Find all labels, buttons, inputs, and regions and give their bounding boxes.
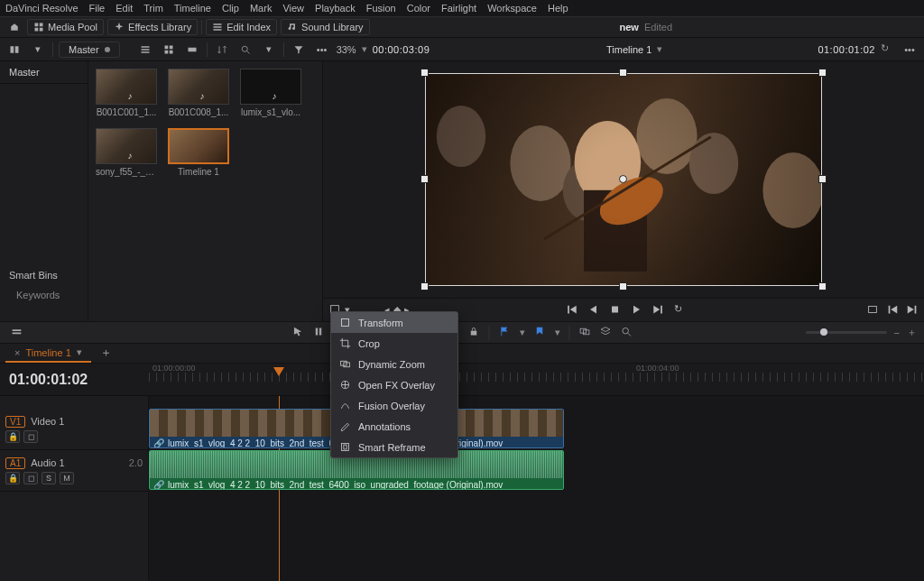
bin-master-tab[interactable]: Master <box>0 61 88 84</box>
chevron-down-icon[interactable]: ▾ <box>29 41 47 59</box>
menu-clip[interactable]: Clip <box>222 3 239 14</box>
a1-badge[interactable]: A1 <box>5 457 25 469</box>
keywords-bin[interactable]: Keywords <box>0 285 88 305</box>
bin-tab[interactable]: Master <box>59 42 120 58</box>
effects-library-toggle[interactable]: Effects Library <box>107 19 198 35</box>
timeline-lanes[interactable]: 🔗 lumix_s1_vlog_4 2 2_10_bits_2nd_test_6… <box>149 396 924 581</box>
smart-bins-label[interactable]: Smart Bins <box>0 265 88 285</box>
more-icon[interactable]: ••• <box>313 41 331 59</box>
match-frame-icon[interactable] <box>866 303 879 318</box>
dup-monitor-icon[interactable] <box>579 326 591 339</box>
list-view-icon[interactable] <box>136 41 154 59</box>
menu-trim[interactable]: Trim <box>143 3 163 14</box>
media-pool-toggle[interactable]: Media Pool <box>27 19 104 35</box>
sparkle-icon <box>114 22 125 32</box>
menu-playback[interactable]: Playback <box>315 3 356 14</box>
add-timeline-button[interactable]: ＋ <box>95 343 117 363</box>
music-icon: ♪ <box>171 91 233 101</box>
menu-timeline[interactable]: Timeline <box>174 3 211 14</box>
viewer-timeline-name[interactable]: Timeline 1 <box>606 44 651 55</box>
more-icon-2[interactable]: ••• <box>901 41 919 59</box>
playhead-timecode: 01:00:01:02 <box>0 364 149 395</box>
menu-view[interactable]: View <box>282 3 304 14</box>
search-icon[interactable] <box>236 41 254 59</box>
bin-layout-icon[interactable] <box>5 41 23 59</box>
step-back-button[interactable] <box>587 303 600 318</box>
v1-badge[interactable]: V1 <box>5 416 25 428</box>
play-button[interactable] <box>631 303 643 318</box>
clip-item[interactable]: ♪ B001C001_1... <box>96 69 157 117</box>
trim-tool-icon[interactable] <box>313 326 325 339</box>
timeline-ruler[interactable]: 01:00:00:00 01:00:04:00 <box>149 364 924 395</box>
stop-button[interactable] <box>609 303 622 318</box>
marker-icon[interactable] <box>534 326 546 339</box>
stack-icon[interactable] <box>600 326 612 339</box>
svg-rect-9 <box>344 445 346 449</box>
video-track-name: Video 1 <box>31 416 64 427</box>
menu-edit[interactable]: Edit <box>116 3 133 14</box>
audio-track-header[interactable]: A1 Audio 1 2.0 🔒 ◻ S M <box>0 450 148 492</box>
zoom-slider[interactable] <box>806 331 887 334</box>
clip-item-timeline[interactable]: Timeline 1 <box>168 128 229 177</box>
music-icon <box>287 22 298 32</box>
go-end-button[interactable] <box>652 303 665 318</box>
clip-item[interactable]: ♪ sony_f55_-_c... <box>96 128 157 177</box>
overlay-menu-openfx[interactable]: Open FX Overlay <box>331 374 457 395</box>
viewer-canvas[interactable] <box>425 73 822 286</box>
video-track-header[interactable]: V1 Video 1 🔒 ◻ <box>0 409 148 450</box>
menu-color[interactable]: Color <box>407 3 430 14</box>
menu-mark[interactable]: Mark <box>250 3 272 14</box>
strip-view-icon[interactable] <box>183 41 201 59</box>
arrow-tool-icon[interactable] <box>292 326 304 339</box>
menu-fusion[interactable]: Fusion <box>366 3 396 14</box>
loop-icon[interactable]: ↻ <box>881 42 895 57</box>
sound-library-toggle[interactable]: Sound Library <box>281 19 370 35</box>
menu-help[interactable]: Help <box>548 3 568 14</box>
list-icon <box>212 22 223 32</box>
edit-index-toggle[interactable]: Edit Index <box>206 19 277 35</box>
link-icon: 🔗 <box>153 438 164 448</box>
menu-workspace[interactable]: Workspace <box>487 3 537 14</box>
svg-rect-2 <box>612 306 618 312</box>
lock-icon[interactable]: 🔒 <box>5 472 20 484</box>
overlay-menu-transform[interactable]: Transform <box>331 312 457 333</box>
menu-fairlight[interactable]: Fairlight <box>441 3 476 14</box>
mute-button[interactable]: M <box>60 472 74 484</box>
filter-icon[interactable] <box>290 41 308 59</box>
menu-file[interactable]: File <box>89 3 106 14</box>
transform-overlay-menu[interactable]: Transform Crop Dynamic Zoom Open FX Over… <box>330 311 458 458</box>
home-icon[interactable] <box>5 18 23 36</box>
timeline-view-icon[interactable] <box>7 324 25 342</box>
zoom-pct[interactable]: 33% <box>337 44 356 55</box>
disable-icon[interactable]: ◻ <box>23 430 38 443</box>
sort-icon[interactable] <box>213 41 231 59</box>
secondary-bar: ▾ Master ▾ ••• 33% ▾ 00:00:03:09 Timelin… <box>0 38 924 61</box>
chevron-down-icon-2[interactable]: ▾ <box>260 41 278 59</box>
overlay-menu-fusion[interactable]: Fusion Overlay <box>331 395 457 416</box>
grid-icon <box>33 22 44 32</box>
svg-point-17 <box>623 327 629 334</box>
thumb-view-icon[interactable] <box>160 41 178 59</box>
go-start-button[interactable] <box>566 303 578 318</box>
lock-icon[interactable]: 🔒 <box>5 430 20 443</box>
overlay-menu-dynamic-zoom[interactable]: Dynamic Zoom <box>331 354 457 374</box>
project-status: Edited <box>644 22 672 32</box>
flag-icon[interactable] <box>499 326 511 339</box>
svg-rect-14 <box>471 331 477 336</box>
clip-item[interactable]: ♪ lumix_s1_vlo... <box>240 69 301 117</box>
audio-track-name: Audio 1 <box>31 457 64 468</box>
disable-icon[interactable]: ◻ <box>23 472 38 484</box>
go-in-icon[interactable] <box>886 303 899 318</box>
overlay-menu-annotations[interactable]: Annotations <box>331 416 457 437</box>
clip-item[interactable]: ♪ B001C008_1... <box>168 69 229 117</box>
solo-button[interactable]: S <box>42 472 56 484</box>
lock-icon[interactable] <box>468 326 480 339</box>
svg-point-0 <box>242 46 247 51</box>
overlay-menu-crop[interactable]: Crop <box>331 333 457 354</box>
overlay-menu-smart-reframe[interactable]: Smart Reframe <box>331 437 457 457</box>
go-out-icon[interactable] <box>906 303 919 318</box>
loop-button[interactable]: ↻ <box>674 303 682 318</box>
tab-timeline-1[interactable]: × Timeline 1 ▾ <box>5 344 91 363</box>
timeline-tabs: × Timeline 1 ▾ ＋ <box>0 344 924 364</box>
timeline-search-icon[interactable] <box>621 326 633 339</box>
